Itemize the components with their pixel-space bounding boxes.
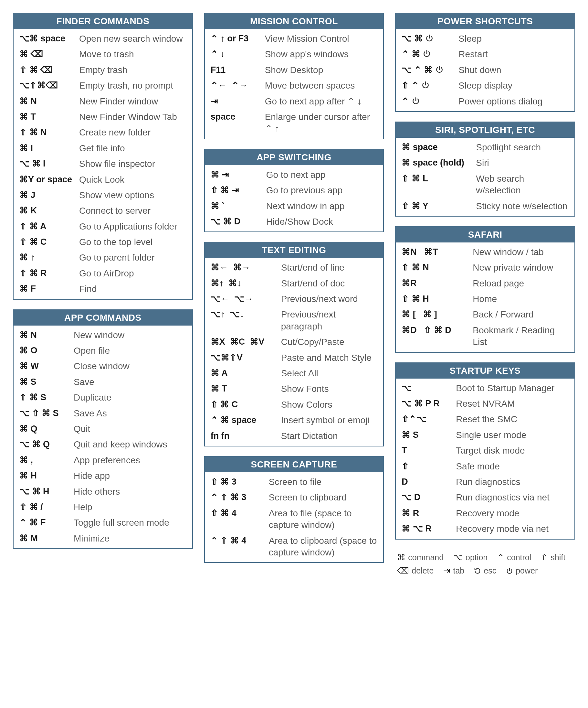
shortcut-description: Show Colors <box>281 399 380 411</box>
shortcut-row: ⇧ ⌘ CShow Colors <box>206 397 382 413</box>
shortcut-keys: ⌥ <box>402 382 456 394</box>
shortcut-row: ⌥↑ ⌥↓Previous/next paragraph <box>206 307 382 334</box>
shortcut-keys: ⇧ ⌘ 3 <box>211 476 269 488</box>
legend: ⌘command⌥option⌃control⇧shift⌫delete⇥tab… <box>395 549 575 576</box>
shortcut-keys: ⌃ ↑ or F3 <box>211 33 265 44</box>
shortcut-description: Open file <box>74 345 188 357</box>
shortcut-row: ⇧ ⌘ SDuplicate <box>15 390 191 405</box>
card: SIRI, SPOTLIGHT, ETC⌘ spaceSpotlight sea… <box>395 122 575 216</box>
legend-symbol: ⌃ <box>497 553 504 562</box>
shortcut-keys: ⌘N ⌘T <box>402 246 473 258</box>
shortcut-description: Recovery mode via net <box>456 523 570 535</box>
shortcut-keys: ⇧ ⌘ A <box>20 221 79 232</box>
shortcut-row: ⌘ OOpen file <box>15 343 191 358</box>
shortcut-description: Hide/Show Dock <box>266 216 380 228</box>
shortcut-row: ⌘X ⌘C ⌘VCut/Copy/Paste <box>206 334 382 350</box>
card-body: ⌥ ⌘ Sleep⌃ ⌘ Restart⌥ ⌃ ⌘ Shut down⇧ ⌃ S… <box>396 29 575 111</box>
shortcut-row: ⌘← ⌘→Start/end of line <box>206 260 382 275</box>
shortcut-description: Toggle full screen mode <box>74 517 188 529</box>
shortcut-row: ⌥← ⌥→Previous/next word <box>206 291 382 307</box>
shortcut-keys: ⌥← ⌥→ <box>211 293 281 304</box>
shortcut-row: ⌃ ⌘ FToggle full screen mode <box>15 515 191 531</box>
card-body: ⌥⌘ spaceOpen new search window⌘ ⌫Move to… <box>13 29 192 299</box>
shortcut-row: ⌘ RRecovery mode <box>397 506 573 521</box>
shortcut-row: ⌥ ⌘ QQuit and keep windows <box>15 437 191 452</box>
shortcut-keys: ⇧ ⌘ ⌫ <box>20 64 79 76</box>
shortcut-row: ⌘ NNew window <box>15 327 191 343</box>
shortcut-keys: ⌃ ⇧ ⌘ 3 <box>211 492 269 503</box>
shortcut-row: ⇧ ⌘ YSticky note w/selection <box>397 199 573 214</box>
shortcut-keys: ⇧ ⌘ R <box>20 268 79 279</box>
shortcut-row: ⇧ ⌘ 3Screen to file <box>206 474 382 490</box>
shortcut-keys: ⌘ I <box>20 143 79 154</box>
shortcut-row: ⌃ ⇧ ⌘ 4Area to clipboard (space to captu… <box>206 533 382 561</box>
shortcut-description: Reload page <box>473 278 570 289</box>
shortcut-description: Get file info <box>79 143 188 154</box>
legend-symbol: ⌘ <box>397 553 405 562</box>
shortcut-description: Single user mode <box>456 429 570 441</box>
shortcut-description: Go to AirDrop <box>79 268 188 279</box>
shortcut-row: ⇧Safe mode <box>397 459 573 474</box>
shortcut-description: Back / Forward <box>473 309 570 320</box>
shortcut-description: Go to next app after ⌃ ↓ <box>265 96 380 107</box>
shortcut-row: ⌥ ⌘ IShow file inspector <box>15 156 191 172</box>
shortcut-description: Hide others <box>74 486 188 498</box>
shortcut-keys: ⌘ T <box>20 111 79 122</box>
shortcut-keys: ⌘ N <box>20 329 74 341</box>
legend-label: power <box>516 566 537 576</box>
shortcut-row: ⌘ NNew Finder window <box>15 94 191 109</box>
shortcut-description: Cut/Copy/Paste <box>281 336 380 348</box>
shortcut-keys: ⇧ ⌘ L <box>402 173 476 184</box>
shortcut-keys: ⌘ T <box>211 383 281 394</box>
shortcut-description: Safe mode <box>456 461 570 472</box>
shortcut-keys: ⌘ ↑ <box>20 252 79 263</box>
legend-item: ⌃control <box>497 553 531 562</box>
shortcut-row: spaceEnlarge under cursor after ⌃ ↑ <box>206 109 382 137</box>
shortcut-row: ⌃← ⌃→Move between spaces <box>206 78 382 93</box>
legend-symbol: ⌥ <box>453 553 463 562</box>
shortcut-keys: ⌥ ⌘ Q <box>20 439 74 450</box>
column: FINDER COMMANDS⌥⌘ spaceOpen new search w… <box>13 13 193 549</box>
shortcut-description: Sleep <box>459 33 570 45</box>
shortcut-description: Sticky note w/selection <box>476 201 570 212</box>
shortcut-row: ⌘ spaceSpotlight search <box>397 140 573 155</box>
shortcut-row: ⌘ SSingle user mode <box>397 427 573 443</box>
shortcut-description: Create new folder <box>79 127 188 138</box>
card: APP COMMANDS⌘ NNew window⌘ OOpen file⌘ W… <box>13 309 193 549</box>
shortcut-row: ⌥⌘⇧VPaste and Match Style <box>206 350 382 366</box>
shortcut-keys: ⌘ A <box>211 367 281 379</box>
shortcut-description: Boot to Startup Manager <box>456 382 570 394</box>
shortcut-row: ⌥ DRun diagnostics via net <box>397 490 573 505</box>
shortcut-keys: ⌥ ⌘ I <box>20 158 79 169</box>
shortcut-row: F11Show Desktop <box>206 62 382 78</box>
shortcut-row: ⇧ ⌘ /Help <box>15 500 191 515</box>
legend-label: option <box>466 553 488 562</box>
card-body: ⌥Boot to Startup Manager⌥ ⌘ P RReset NVR… <box>396 379 575 539</box>
shortcut-keys: ⌘Y or space <box>20 174 79 185</box>
legend-symbol: ⇥ <box>443 566 451 576</box>
shortcut-keys: ⌃ ⌘ space <box>211 414 281 426</box>
shortcut-description: Find <box>79 283 188 295</box>
card: FINDER COMMANDS⌥⌘ spaceOpen new search w… <box>13 13 193 300</box>
shortcut-row: ⌃ ↓Show app's windows <box>206 47 382 62</box>
shortcut-description: Quit <box>74 423 188 435</box>
shortcut-keys: ⌘ F <box>20 283 79 295</box>
shortcut-row: ⌘ QQuit <box>15 421 191 437</box>
shortcut-keys: space <box>211 111 265 122</box>
page: FINDER COMMANDS⌥⌘ spaceOpen new search w… <box>13 13 575 576</box>
shortcut-description: Shut down <box>459 64 570 76</box>
card-body: ⌘ spaceSpotlight search⌘ space (hold)Sir… <box>396 138 575 216</box>
shortcut-keys: ⇧ ⌘ N <box>402 262 473 273</box>
card-body: ⌘ ⇥Go to next app⇧ ⌘ ⇥Go to previous app… <box>205 165 383 232</box>
shortcut-description: Go to the top level <box>79 236 188 248</box>
card-header: APP SWITCHING <box>205 150 383 165</box>
shortcut-keys: ⌃← ⌃→ <box>211 80 265 91</box>
shortcut-keys: ⌘← ⌘→ <box>211 262 281 273</box>
shortcut-description: View Mission Control <box>265 33 380 45</box>
card-header: POWER SHORTCUTS <box>396 13 575 29</box>
shortcut-keys: ⌥ ⌘ H <box>20 486 74 497</box>
shortcut-keys: ⌥ ⌃ ⌘ <box>402 64 459 76</box>
shortcut-keys: ⌃ ⌘ <box>402 49 459 60</box>
card-body: ⌘← ⌘→Start/end of line⌘↑ ⌘↓Start/end of … <box>205 258 383 446</box>
card-body: ⌘N ⌘TNew window / tab⇧ ⌘ NNew private wi… <box>396 242 575 352</box>
